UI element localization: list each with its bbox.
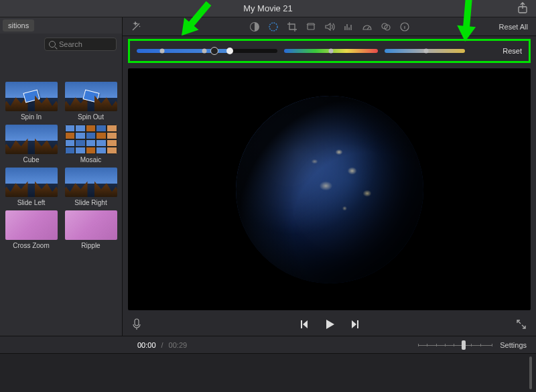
- reset-all-button[interactable]: Reset All: [499, 23, 528, 31]
- settings-button[interactable]: Settings: [500, 341, 527, 349]
- play-button[interactable]: [322, 317, 337, 332]
- sidebar-tabs: sitions: [0, 17, 122, 34]
- search-icon: [49, 41, 56, 48]
- transition-cube[interactable]: Cube: [4, 125, 58, 164]
- color-wheel-icon[interactable]: [268, 21, 279, 32]
- transition-label: Spin Out: [78, 113, 104, 121]
- info-icon[interactable]: [399, 21, 410, 32]
- search-input[interactable]: Search: [44, 38, 117, 51]
- transition-label: Cross Zoom: [13, 242, 49, 249]
- saturation-slider[interactable]: [284, 49, 378, 53]
- transition-thumbnail: [65, 210, 117, 240]
- svg-point-1: [269, 23, 277, 31]
- transition-thumbnail: [65, 82, 117, 111]
- equalizer-icon[interactable]: [343, 21, 354, 32]
- share-icon[interactable]: [517, 2, 528, 14]
- transition-thumbnail: [5, 168, 58, 197]
- transition-thumbnail: [5, 82, 58, 111]
- transition-thumbnail: [5, 125, 58, 154]
- transition-label: Slide Right: [74, 199, 107, 206]
- video-frame-earth: [236, 96, 423, 283]
- transition-label: Mosaic: [80, 156, 102, 164]
- reset-button[interactable]: Reset: [503, 47, 522, 55]
- project-title: My Movie 21: [243, 3, 293, 13]
- transition-thumbnail: [65, 168, 117, 197]
- fullscreen-icon[interactable]: [516, 319, 527, 330]
- filters-icon[interactable]: [381, 21, 391, 32]
- svg-rect-2: [308, 25, 314, 29]
- adjust-toolbar: Reset All: [123, 17, 536, 36]
- transition-mosaic[interactable]: Mosaic: [64, 125, 118, 164]
- transition-ripple[interactable]: Ripple: [64, 210, 118, 249]
- video-viewer[interactable]: [128, 68, 531, 310]
- transition-spin-in[interactable]: Spin In: [4, 82, 58, 121]
- transition-thumbnail: [65, 125, 117, 154]
- next-frame-button[interactable]: [349, 318, 361, 330]
- magic-wand-icon[interactable]: [131, 21, 141, 32]
- transition-label: Spin In: [21, 113, 42, 121]
- transition-spin-out[interactable]: Spin Out: [64, 82, 118, 121]
- transition-cross-zoom[interactable]: Cross Zoom: [4, 210, 58, 249]
- volume-icon[interactable]: [324, 21, 335, 32]
- transition-label: Cube: [23, 156, 40, 164]
- playback-controls: [123, 313, 536, 336]
- crop-icon[interactable]: [287, 21, 297, 32]
- time-separator: /: [161, 341, 163, 349]
- voiceover-icon[interactable]: [132, 318, 141, 330]
- clip-duration: 00:29: [169, 341, 188, 349]
- timeline-header: 00:00 / 00:29 Settings: [0, 336, 536, 353]
- stabilize-icon[interactable]: [306, 21, 316, 32]
- color-balance-icon[interactable]: [249, 21, 260, 32]
- sidebar: sitions Search Spin InSpin OutCubeMosaic…: [0, 17, 123, 336]
- timeline-zoom-slider[interactable]: [418, 343, 492, 347]
- transition-label: Slide Left: [17, 199, 46, 206]
- transition-slide-right[interactable]: Slide Right: [64, 168, 118, 206]
- speed-icon[interactable]: [362, 21, 373, 32]
- timeline-scrollbar[interactable]: [529, 356, 532, 389]
- temperature-slider[interactable]: [385, 49, 465, 53]
- color-correction-panel: Reset: [128, 39, 531, 63]
- tab-transitions[interactable]: sitions: [3, 19, 34, 31]
- exposure-slider[interactable]: [137, 49, 277, 53]
- svg-rect-6: [135, 319, 139, 326]
- titlebar: My Movie 21: [0, 0, 536, 17]
- transition-slide-left[interactable]: Slide Left: [4, 168, 58, 206]
- transitions-grid: Spin InSpin OutCubeMosaicSlide LeftSlide…: [0, 55, 122, 253]
- timeline[interactable]: [0, 353, 536, 392]
- transition-label: Ripple: [81, 242, 100, 249]
- prev-frame-button[interactable]: [298, 318, 310, 330]
- search-placeholder: Search: [59, 40, 82, 48]
- playhead-time: 00:00: [137, 341, 156, 349]
- preview-pane: Reset All Reset: [123, 17, 536, 336]
- transition-thumbnail: [5, 210, 58, 240]
